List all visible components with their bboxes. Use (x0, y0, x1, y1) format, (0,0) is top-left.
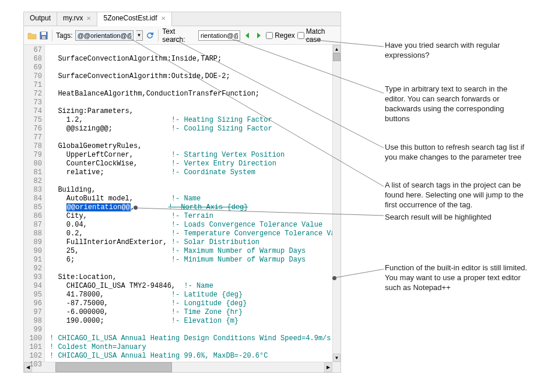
tab-myrvx[interactable]: my.rvx✕ (57, 12, 97, 26)
svg-line-8 (334, 269, 384, 278)
svg-rect-1 (41, 32, 46, 35)
editor-window: Output my.rvx✕ 5ZoneCostEst.idf✕ Tags: ▼… (23, 12, 341, 373)
close-icon[interactable]: ✕ (86, 15, 91, 22)
scroll-down-button[interactable]: ▼ (333, 354, 341, 362)
scroll-up-button[interactable]: ▲ (333, 45, 341, 53)
matchcase-checkbox-wrap[interactable]: Match case (297, 27, 337, 44)
toolbar: Tags: ▼ Text search: Regex Match case (24, 26, 341, 45)
code-content[interactable]: SurfaceConvectionAlgorithm:Inside,TARP; … (45, 45, 332, 362)
anno-limited: Function of the built-in editor is still… (385, 263, 531, 293)
scroll-corner (332, 362, 341, 372)
open-folder-icon[interactable] (27, 30, 37, 41)
horizontal-scrollbar[interactable]: ◀ ▶ (24, 362, 341, 372)
search-next-icon[interactable] (254, 30, 264, 41)
scroll-right-button[interactable]: ▶ (324, 362, 332, 372)
regex-checkbox[interactable] (266, 32, 273, 39)
close-icon[interactable]: ✕ (161, 15, 166, 22)
search-label: Text search: (162, 27, 196, 44)
refresh-icon[interactable] (145, 30, 155, 41)
search-prev-icon[interactable] (243, 30, 252, 41)
anno-taglist: A list of search tags in the project can… (385, 181, 531, 210)
vertical-scrollbar[interactable]: ▲ ▼ (332, 45, 341, 362)
scroll-thumb[interactable] (333, 53, 341, 61)
annotation-dot (332, 276, 336, 280)
search-input[interactable] (198, 30, 240, 41)
anno-refresh: Use this button to refresh search tag li… (385, 143, 525, 163)
tab-bar: Output my.rvx✕ 5ZoneCostEst.idf✕ (24, 12, 341, 26)
line-number-gutter: 6768697071727374757677787980818283848586… (24, 45, 45, 362)
tags-dropdown-button[interactable]: ▼ (136, 30, 143, 41)
tags-input[interactable] (75, 30, 134, 41)
matchcase-checkbox[interactable] (297, 32, 304, 39)
tab-output[interactable]: Output (24, 12, 57, 26)
anno-highlight: Search result will be highlighted (385, 213, 525, 223)
separator (52, 30, 52, 41)
tab-5zonecostest[interactable]: 5ZoneCostEst.idf✕ (97, 12, 171, 26)
hscroll-track[interactable] (32, 362, 324, 372)
hscroll-thumb[interactable] (55, 362, 172, 372)
regex-checkbox-wrap[interactable]: Regex (266, 31, 295, 40)
tags-label: Tags: (56, 31, 73, 40)
code-area: 6768697071727374757677787980818283848586… (24, 45, 341, 362)
annotation-dot (134, 206, 138, 210)
separator (158, 30, 159, 41)
save-icon[interactable] (39, 30, 48, 41)
anno-regex: Have you tried search with regular expre… (385, 41, 507, 61)
anno-textsearch: Type in arbitrary text to search in the … (385, 84, 525, 124)
svg-rect-2 (42, 36, 45, 39)
